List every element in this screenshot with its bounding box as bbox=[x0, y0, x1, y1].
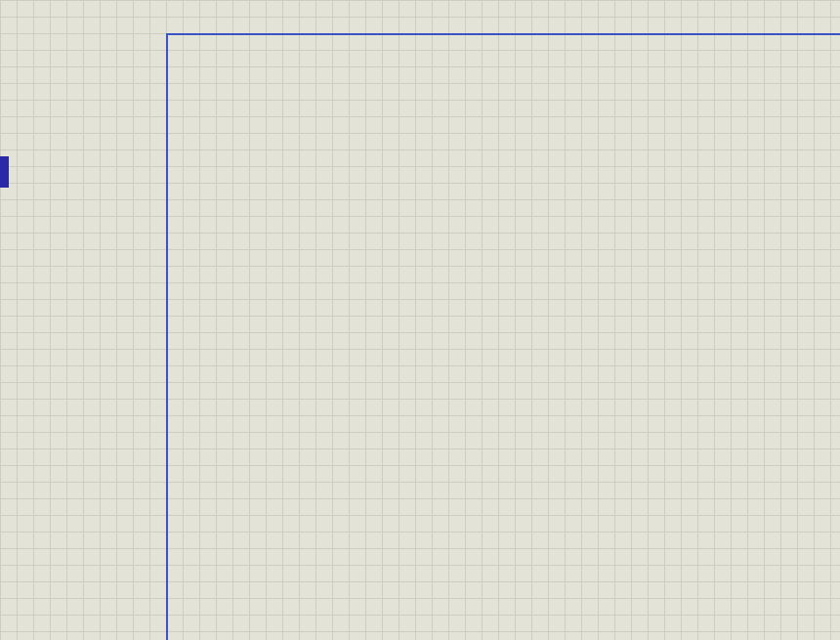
schematic-canvas[interactable] bbox=[0, 0, 840, 640]
clipped-probe-tag bbox=[0, 156, 9, 188]
wires-layer bbox=[0, 0, 840, 640]
